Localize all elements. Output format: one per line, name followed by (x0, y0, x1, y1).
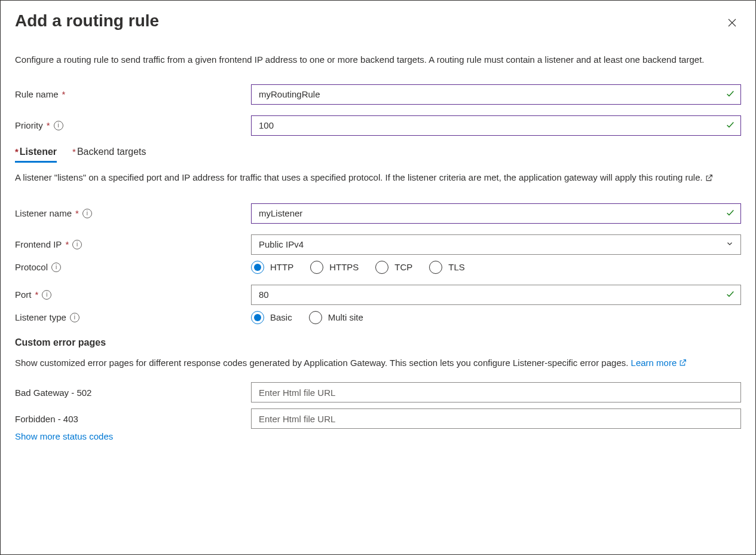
close-button[interactable] (723, 14, 741, 33)
listener-type-radio-group: Basic Multi site (251, 311, 741, 324)
required-star: * (15, 147, 19, 157)
show-more-status-codes-link[interactable]: Show more status codes (15, 431, 741, 441)
listener-type-radio-basic[interactable]: Basic (251, 311, 292, 324)
bad-gateway-label: Bad Gateway - 502 (15, 388, 251, 398)
external-link-icon[interactable] (705, 174, 713, 182)
port-input[interactable] (251, 285, 741, 305)
custom-error-description: Show customized error pages for differen… (15, 356, 741, 370)
panel-title: Add a routing rule (15, 11, 159, 31)
required-star: * (35, 289, 39, 300)
external-link-icon (679, 359, 687, 367)
learn-more-link[interactable]: Learn more (631, 356, 687, 370)
protocol-radio-tls[interactable]: TLS (429, 261, 465, 274)
listener-name-label: Listener name * i (15, 208, 251, 218)
info-icon[interactable]: i (82, 209, 92, 218)
info-icon[interactable]: i (42, 290, 51, 300)
info-icon[interactable]: i (70, 313, 79, 322)
listener-type-label: Listener type i (15, 312, 251, 322)
info-icon[interactable]: i (54, 121, 63, 130)
priority-input[interactable] (251, 115, 741, 136)
protocol-label: Protocol i (15, 262, 251, 272)
frontend-ip-label: Frontend IP * i (15, 239, 251, 249)
protocol-radio-group: HTTP HTTPS TCP TLS (251, 261, 741, 274)
listener-type-radio-multi[interactable]: Multi site (309, 311, 363, 324)
tab-backend-targets[interactable]: *Backend targets (72, 147, 146, 163)
forbidden-label: Forbidden - 403 (15, 414, 251, 424)
close-icon (727, 21, 737, 30)
forbidden-input[interactable] (251, 408, 741, 429)
bad-gateway-input[interactable] (251, 382, 741, 402)
required-star: * (47, 120, 50, 130)
protocol-radio-http[interactable]: HTTP (251, 261, 293, 274)
info-icon[interactable]: i (51, 263, 61, 272)
priority-label: Priority * i (15, 120, 251, 130)
listener-description: A listener "listens" on a specified port… (15, 171, 741, 184)
custom-error-heading: Custom error pages (15, 337, 741, 348)
protocol-radio-tcp[interactable]: TCP (375, 261, 412, 274)
tabs: *Listener *Backend targets (15, 147, 741, 163)
rule-name-label: Rule name * (15, 89, 251, 99)
protocol-radio-https[interactable]: HTTPS (310, 261, 359, 274)
required-star: * (62, 89, 66, 99)
frontend-ip-select[interactable]: Public IPv4 (251, 234, 741, 255)
required-star: * (75, 208, 79, 218)
info-icon[interactable]: i (72, 240, 82, 249)
required-star: * (65, 239, 69, 249)
port-label: Port * i (15, 289, 251, 300)
tab-listener[interactable]: *Listener (15, 147, 57, 163)
listener-name-input[interactable] (251, 203, 741, 224)
rule-name-input[interactable] (251, 84, 741, 105)
required-star: * (72, 147, 76, 157)
intro-text: Configure a routing rule to send traffic… (15, 53, 741, 66)
add-routing-rule-panel: Add a routing rule Configure a routing r… (0, 0, 756, 555)
